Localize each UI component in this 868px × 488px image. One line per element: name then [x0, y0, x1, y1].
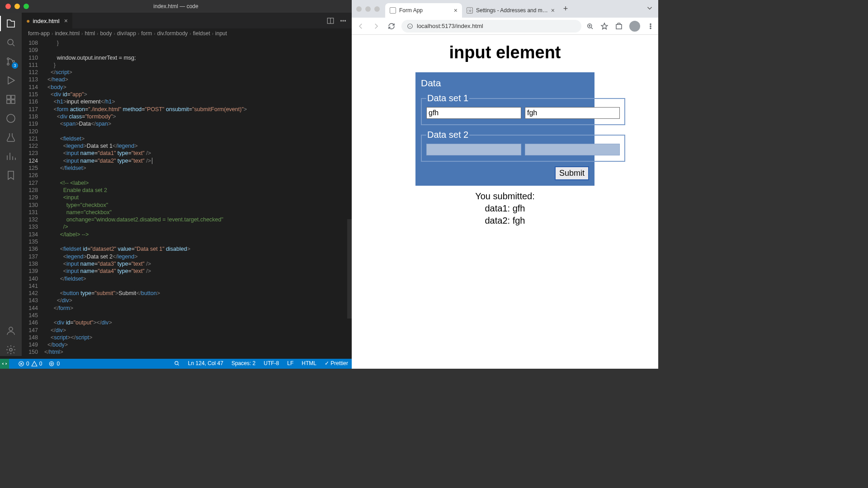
browser-window: Form App × Settings - Addresses and m… ×…: [352, 0, 658, 369]
gear-icon[interactable]: [5, 343, 17, 356]
cursor-position[interactable]: Ln 124, Col 47: [188, 360, 223, 368]
tabs-overflow-icon[interactable]: [646, 4, 654, 14]
graph-icon[interactable]: [5, 150, 17, 163]
page-heading: input element: [449, 43, 561, 62]
svg-point-18: [175, 361, 178, 364]
svg-point-10: [9, 348, 12, 351]
data-label: Data: [421, 78, 441, 88]
address-bar[interactable]: localhost:5173/index.html: [401, 20, 581, 33]
favicon: [390, 7, 396, 14]
more-icon[interactable]: [339, 17, 347, 25]
lang-status[interactable]: HTML: [302, 360, 316, 368]
reload-button[interactable]: [386, 21, 397, 32]
split-editor-icon[interactable]: [326, 17, 335, 25]
find-icon[interactable]: [174, 360, 180, 368]
tab-close-icon[interactable]: ×: [551, 7, 555, 14]
legend-2: Data set 2: [426, 130, 469, 140]
svg-point-9: [9, 327, 13, 331]
svg-point-12: [340, 20, 341, 21]
status-bar: 0 0 0 Ln 124, Col 47 Spaces: 2 UTF-8 LF …: [0, 359, 352, 369]
browser-tab[interactable]: Settings - Addresses and m… ×: [462, 3, 559, 18]
encoding-status[interactable]: UTF-8: [264, 360, 279, 368]
form-body: Data Data set 1 Data set 2 Submit: [415, 72, 594, 186]
svg-point-17: [50, 361, 54, 366]
scm-icon[interactable]: 3: [5, 55, 17, 68]
data3-input: [426, 144, 521, 155]
code-area[interactable]: 1081091101111121131141151161171181191201…: [22, 38, 352, 356]
editor: ● index.html × form-app›index.html›html›…: [22, 13, 352, 356]
svg-point-16: [51, 363, 53, 365]
svg-rect-22: [616, 24, 622, 29]
extensions-icon[interactable]: [615, 22, 623, 30]
site-info-icon[interactable]: [407, 23, 413, 29]
svg-rect-5: [11, 95, 15, 99]
svg-rect-7: [11, 100, 15, 103]
forward-button[interactable]: [371, 21, 382, 32]
code-source[interactable]: } window.output.innerText = msg; } </scr…: [44, 38, 352, 356]
output-text: You submitted:data1: gfhdata2: fgh: [475, 190, 535, 227]
svg-rect-6: [7, 100, 10, 103]
back-button[interactable]: [355, 21, 366, 32]
editor-tabs: ● index.html ×: [22, 13, 352, 28]
account-icon[interactable]: [5, 324, 17, 337]
fieldset-2: Data set 2: [421, 130, 625, 162]
tab-close-icon[interactable]: ×: [454, 7, 458, 14]
port-status[interactable]: 0: [48, 361, 60, 367]
modified-dot-icon: ●: [26, 17, 30, 24]
window-title: index.html — code: [153, 3, 198, 9]
bookmark-icon[interactable]: [5, 169, 17, 182]
activity-bar: 3: [0, 13, 22, 356]
close-dot[interactable]: [356, 6, 362, 12]
browser-window-controls: [356, 6, 380, 12]
eol-status[interactable]: LF: [287, 360, 293, 368]
vscode-window: index.html — code 3 ● index.html × form-…: [0, 0, 352, 369]
remote-icon[interactable]: [5, 112, 17, 125]
debug-icon[interactable]: [5, 74, 17, 87]
toolbar: localhost:5173/index.html: [352, 18, 658, 35]
fullscreen-dot[interactable]: [24, 4, 29, 9]
remote-status-icon[interactable]: [0, 359, 9, 369]
search-icon[interactable]: [5, 36, 17, 49]
tab-actions: [326, 13, 352, 28]
menu-icon[interactable]: [646, 22, 655, 30]
minimap[interactable]: [347, 38, 352, 356]
svg-point-25: [650, 28, 651, 28]
profile-avatar[interactable]: [629, 21, 640, 32]
browser-tab[interactable]: Form App ×: [385, 3, 462, 18]
breadcrumb[interactable]: form-app›index.html›html›body›div#app›fo…: [22, 28, 352, 38]
svg-point-8: [7, 114, 15, 122]
new-tab-button[interactable]: +: [559, 3, 572, 15]
extensions-icon[interactable]: [5, 93, 17, 106]
line-numbers: 1081091101111121131141151161171181191201…: [22, 38, 44, 356]
scm-badge: 3: [12, 62, 18, 69]
url-text: localhost:5173/index.html: [417, 23, 483, 29]
window-controls: [0, 4, 29, 9]
svg-point-1: [7, 58, 9, 60]
minimize-dot[interactable]: [365, 6, 371, 12]
data2-input[interactable]: [525, 107, 620, 119]
zoom-icon[interactable]: [586, 22, 594, 30]
submit-button[interactable]: Submit: [555, 166, 589, 180]
formatter-status[interactable]: ✓ Prettier: [325, 360, 348, 368]
svg-point-0: [8, 39, 13, 45]
tab-name: index.html: [33, 18, 59, 24]
minimize-dot[interactable]: [14, 4, 20, 9]
data4-input: [525, 144, 620, 155]
svg-point-13: [343, 20, 344, 21]
tab-title: Settings - Addresses and m…: [476, 7, 548, 14]
bookmark-icon[interactable]: [600, 22, 609, 30]
test-icon[interactable]: [5, 131, 17, 144]
tab-title: Form App: [399, 7, 451, 14]
svg-point-23: [650, 23, 651, 24]
fullscreen-dot[interactable]: [374, 6, 380, 12]
explorer-icon[interactable]: [5, 17, 17, 30]
svg-rect-4: [7, 95, 10, 99]
svg-point-19: [469, 10, 471, 12]
close-dot[interactable]: [5, 4, 11, 9]
data1-input[interactable]: [426, 107, 521, 119]
indent-status[interactable]: Spaces: 2: [231, 360, 255, 368]
browser-tabstrip: Form App × Settings - Addresses and m… ×…: [352, 0, 658, 18]
editor-tab[interactable]: ● index.html ×: [22, 13, 72, 28]
problems-status[interactable]: 0 0: [18, 361, 42, 367]
tab-close-icon[interactable]: ×: [64, 17, 68, 24]
